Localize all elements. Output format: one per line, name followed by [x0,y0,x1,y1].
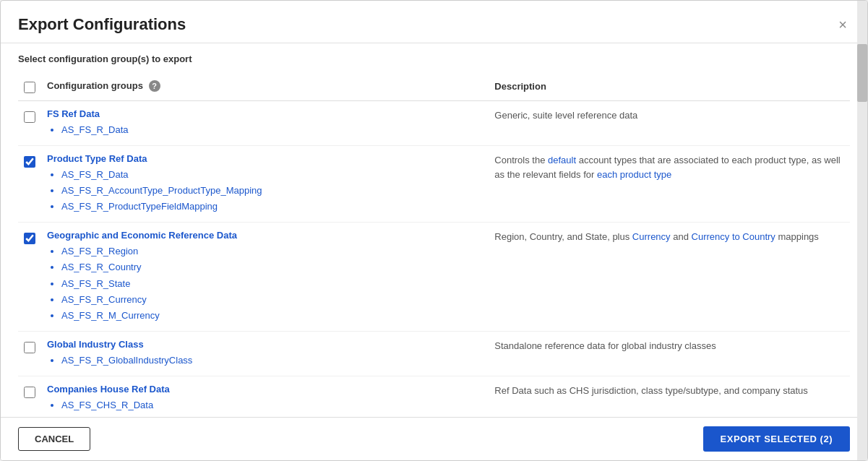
config-table: Configuration groups ? Description FS Re [18,72,850,417]
row-checkbox-product-type[interactable] [24,156,35,168]
description-text: Generic, suite level reference data [494,110,637,121]
export-selected-button[interactable]: EXPORT SELECTED (2) [703,426,850,452]
row-config-cell: Global Industry Class AS_FS_R_GlobalIndu… [41,331,489,376]
row-checkbox-fs-ref[interactable] [24,111,35,123]
help-icon[interactable]: ? [149,80,160,92]
list-item: AS_FS_R_Region [61,244,483,259]
row-config-cell: Geographic and Economic Reference Data A… [41,223,489,331]
row-checkbox-cell [18,223,41,331]
row-checkbox-companies-house[interactable] [24,387,35,398]
header-description: Description [489,72,850,101]
highlight-text: default [548,155,576,165]
group-title: Product Type Ref Data [47,153,483,164]
description-text: Standalone reference data for global ind… [494,340,716,351]
description-text: Region, Country, and State, plus Currenc… [494,231,819,242]
table-header-row: Configuration groups ? Description [18,72,850,101]
group-items: AS_FS_R_GlobalIndustryClass [47,353,483,369]
table-row: Product Type Ref Data AS_FS_R_Data AS_FS… [18,146,850,223]
group-items: AS_FS_CHS_R_Data [47,397,483,413]
close-button[interactable]: × [835,17,850,32]
section-title: Select configuration group(s) to export [18,43,850,72]
row-checkbox-cell [18,331,41,376]
row-checkbox-cell [18,146,41,223]
select-all-checkbox[interactable] [24,82,35,93]
list-item: AS_FS_R_Country [61,259,483,275]
header-config-groups: Configuration groups ? [41,72,489,101]
row-config-cell: FS Ref Data AS_FS_R_Data [41,101,489,146]
row-checkbox-cell [18,376,41,417]
list-item: AS_FS_R_Data [61,122,483,138]
scrollbar-track [857,1,867,460]
list-item: AS_FS_R_AccountType_ProductType_Mapping [61,183,483,199]
description-text: Ref Data such as CHS jurisdiction, class… [494,385,808,396]
list-item: AS_FS_R_Currency [61,292,483,308]
export-configurations-modal: Export Configurations × Select configura… [0,0,868,461]
table-row: Global Industry Class AS_FS_R_GlobalIndu… [18,331,850,376]
row-description-cell: Generic, suite level reference data [489,101,850,146]
scrollbar-thumb[interactable] [857,44,867,102]
row-description-cell: Controls the default account types that … [489,146,850,223]
row-checkbox-geo[interactable] [24,233,35,244]
table-row: Companies House Ref Data AS_FS_CHS_R_Dat… [18,376,850,417]
row-checkbox-global-industry[interactable] [24,342,35,353]
row-config-cell: Companies House Ref Data AS_FS_CHS_R_Dat… [41,376,489,417]
table-row: FS Ref Data AS_FS_R_Data Generic, suite … [18,101,850,146]
row-checkbox-cell [18,101,41,146]
row-description-cell: Region, Country, and State, plus Currenc… [489,223,850,331]
group-title: Companies House Ref Data [47,384,483,395]
highlight-text: each product type [597,169,671,180]
table-row: Geographic and Economic Reference Data A… [18,223,850,331]
modal-header: Export Configurations × [1,1,867,43]
group-items: AS_FS_R_Data [47,122,483,138]
cancel-button[interactable]: CANCEL [18,427,90,451]
row-config-cell: Product Type Ref Data AS_FS_R_Data AS_FS… [41,146,489,223]
list-item: AS_FS_R_Data [61,167,483,183]
group-title: FS Ref Data [47,108,483,119]
modal-body: Select configuration group(s) to export … [1,43,867,417]
list-item: AS_FS_CHS_R_Data [61,397,483,413]
description-text: Controls the default account types that … [494,155,840,180]
row-description-cell: Standalone reference data for global ind… [489,331,850,376]
list-item: AS_FS_R_M_Currency [61,308,483,324]
list-item: AS_FS_R_ProductTypeFieldMapping [61,199,483,215]
group-items: AS_FS_R_Data AS_FS_R_AccountType_Product… [47,167,483,215]
modal-title: Export Configurations [18,15,186,34]
row-description-cell: Ref Data such as CHS jurisdiction, class… [489,376,850,417]
group-items: AS_FS_R_Region AS_FS_R_Country AS_FS_R_S… [47,244,483,323]
header-checkbox-cell [18,72,41,101]
group-title: Geographic and Economic Reference Data [47,230,483,241]
highlight-text: Currency [632,231,671,242]
modal-footer: CANCEL EXPORT SELECTED (2) [1,417,867,460]
list-item: AS_FS_R_State [61,276,483,292]
list-item: AS_FS_R_GlobalIndustryClass [61,353,483,369]
group-title: Global Industry Class [47,339,483,350]
highlight-text: Currency to Country [692,231,775,242]
